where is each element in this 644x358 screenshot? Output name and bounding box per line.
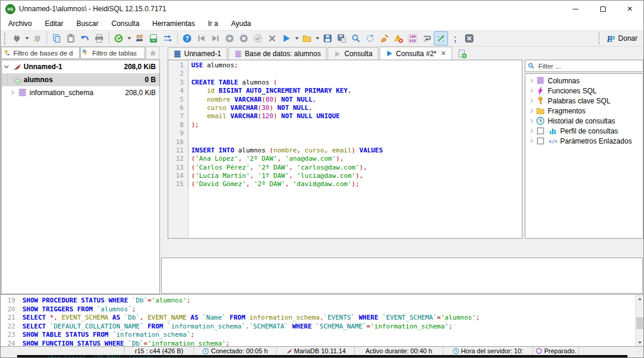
clear-button[interactable] xyxy=(377,31,391,45)
refresh-dropdown[interactable] xyxy=(126,31,132,45)
menu-consulta[interactable]: Consulta xyxy=(105,18,146,30)
donate-button[interactable]: PP Donar xyxy=(597,32,641,44)
help-button[interactable]: ? xyxy=(180,31,194,45)
save-as-snippet-button[interactable] xyxy=(335,31,349,45)
maximize-button[interactable] xyxy=(589,1,616,17)
first-row-button[interactable] xyxy=(194,31,208,45)
x-circle-icon xyxy=(239,34,249,43)
disconnect-button[interactable] xyxy=(30,31,44,45)
table-filter[interactable] xyxy=(80,47,145,59)
copy-button[interactable] xyxy=(50,31,64,45)
session-manager-button[interactable] xyxy=(9,31,24,45)
insert-row-button[interactable] xyxy=(223,31,237,45)
server-icon xyxy=(174,50,181,58)
minimize-button[interactable] xyxy=(562,1,589,17)
tab-host[interactable]: Unnamed-1 xyxy=(168,47,227,60)
toolbar-separator xyxy=(109,32,109,44)
open-file-dropdown[interactable] xyxy=(314,31,321,45)
chevron-right-icon[interactable] xyxy=(527,106,535,116)
filter-and-tab-row: Unnamed-1 Base de datos: alumnos Consult… xyxy=(1,47,643,60)
insert-files-button[interactable] xyxy=(161,31,175,45)
chevron-right-icon[interactable] xyxy=(527,86,535,96)
menu-buscar[interactable]: Buscar xyxy=(70,18,104,30)
menu-editar[interactable]: Editar xyxy=(38,18,70,30)
helper-item-historial[interactable]: Historial de consultas xyxy=(525,116,643,126)
query-log-panel[interactable]: 19SHOW PROCEDURE STATUS WHERE `Db`='alum… xyxy=(1,294,643,346)
skip-forward-icon xyxy=(211,34,220,43)
chevron-right-icon[interactable] xyxy=(8,88,17,97)
save-button[interactable] xyxy=(321,31,335,45)
tab-database[interactable]: Base de datos: alumnos xyxy=(228,47,327,60)
run-query-button[interactable] xyxy=(279,31,293,45)
donate-label: Donar xyxy=(618,34,638,43)
tab-query-1[interactable]: Consulta xyxy=(328,47,378,60)
bind-parameters-button[interactable] xyxy=(434,31,448,45)
tree-row-session[interactable]: Unnamed-1 208,0 KiB xyxy=(2,60,159,73)
sql-function-icon xyxy=(535,86,545,96)
chevron-right-icon[interactable] xyxy=(527,126,535,136)
new-query-tab-button[interactable] xyxy=(456,48,469,60)
menu-ir-a[interactable]: Ir a xyxy=(201,18,224,30)
profile-checkbox[interactable] xyxy=(535,126,545,136)
helpers-filter[interactable] xyxy=(525,60,643,72)
scroll-up-icon[interactable] xyxy=(636,295,643,302)
paste-button[interactable] xyxy=(64,31,78,45)
helper-label: Fragmentos xyxy=(548,107,586,115)
tree-row-alumnos[interactable]: alumnos 0 B xyxy=(2,73,159,86)
reformat-sql-button[interactable] xyxy=(363,31,377,45)
favorites-button[interactable] xyxy=(146,47,159,59)
refresh-button[interactable] xyxy=(112,31,126,45)
last-row-button[interactable] xyxy=(208,31,223,45)
export-csv-button[interactable]: csv xyxy=(146,31,161,45)
semicolon-button[interactable]: ; xyxy=(448,31,462,45)
word-wrap-button[interactable] xyxy=(420,31,434,45)
warning-icon xyxy=(394,34,403,43)
undo-button[interactable] xyxy=(78,31,92,45)
database-filter[interactable] xyxy=(1,47,80,59)
post-changes-button[interactable] xyxy=(251,31,265,45)
scroll-down-icon[interactable] xyxy=(636,339,643,346)
menu-ayuda[interactable]: Ayuda xyxy=(224,18,257,30)
table-filter-input[interactable] xyxy=(91,49,143,57)
skip-back-icon xyxy=(197,34,206,43)
user-manager-button[interactable] xyxy=(132,31,146,45)
helper-item-fragmentos[interactable]: Fragmentos xyxy=(525,106,643,116)
helper-item-funciones[interactable]: Funciones SQL xyxy=(525,86,643,96)
find-button[interactable] xyxy=(349,31,363,45)
menu-archivo[interactable]: Archivo xyxy=(2,18,38,30)
resize-grip[interactable]: ⋰ xyxy=(637,349,642,354)
tree-guide xyxy=(2,73,8,86)
parameters-checkbox[interactable] xyxy=(535,136,545,146)
database-filter-input[interactable] xyxy=(12,49,77,57)
blue-arrows-icon xyxy=(163,34,172,43)
tree-row-information-schema[interactable]: information_schema 208,0 KiB xyxy=(2,86,159,99)
scrollbar-thumb[interactable] xyxy=(636,317,643,329)
chevron-down-icon[interactable] xyxy=(2,62,11,71)
helper-item-perfil[interactable]: Perfil de consultas xyxy=(525,126,643,136)
chevron-right-icon[interactable] xyxy=(527,76,535,86)
binary-view-button[interactable]: 100010 xyxy=(406,31,420,45)
close-button[interactable]: ✕ xyxy=(616,1,643,17)
print-button[interactable] xyxy=(92,31,106,45)
cancel-editing-button[interactable] xyxy=(265,31,279,45)
sql-editor[interactable]: 1USE alumnos;23CREATE TABLE alumnos (4 i… xyxy=(168,60,522,239)
helper-label: Historial de consultas xyxy=(548,117,615,125)
session-manager-dropdown[interactable] xyxy=(24,31,30,45)
run-query-dropdown[interactable] xyxy=(293,31,300,45)
maximize-icon xyxy=(600,6,606,12)
log-scrollbar[interactable] xyxy=(635,295,643,346)
open-file-button[interactable] xyxy=(300,31,314,45)
helper-item-parametros[interactable]: </> Parámetros Enlazados xyxy=(525,136,643,146)
chevron-right-icon[interactable] xyxy=(527,136,535,146)
chevron-right-icon[interactable] xyxy=(527,116,535,126)
warnings-button[interactable] xyxy=(391,31,406,45)
tab-query-2[interactable]: Consulta #2* ✕ xyxy=(380,47,452,60)
helper-item-palabras-clave[interactable]: Palabras clave SQL xyxy=(525,96,643,106)
close-query-tab-button[interactable] xyxy=(462,31,476,45)
menu-herramientas[interactable]: Herramientas xyxy=(146,18,201,30)
chevron-right-icon[interactable] xyxy=(527,96,535,106)
delete-row-button[interactable] xyxy=(237,31,251,45)
tab-close-icon[interactable]: ✕ xyxy=(441,50,446,57)
helper-item-columnas[interactable]: Columnas xyxy=(525,76,643,86)
helpers-filter-input[interactable] xyxy=(537,62,640,70)
